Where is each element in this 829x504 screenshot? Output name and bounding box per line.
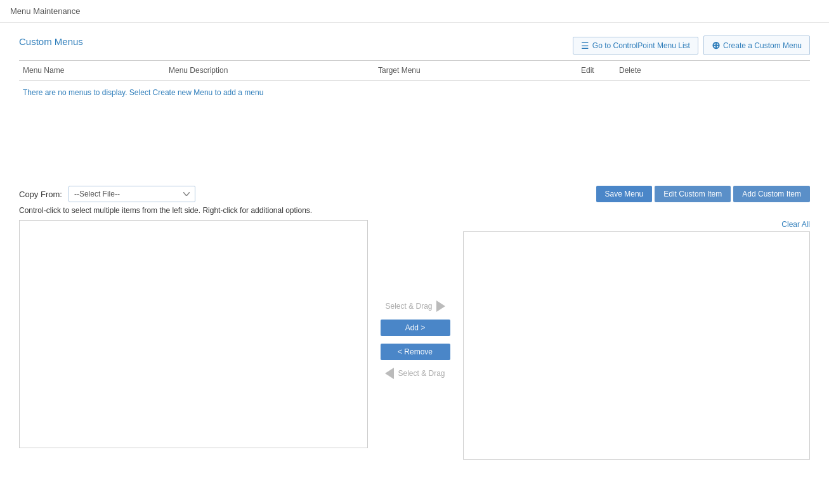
custom-menus-header: Custom Menus ☰ Go to ControlPoint Menu L… <box>19 36 810 55</box>
clear-all-link[interactable]: Clear All <box>781 220 810 229</box>
copy-from-label: Copy From: <box>19 190 62 199</box>
right-panel-wrapper: Clear All <box>463 220 811 460</box>
plus-icon: ⊕ <box>712 39 720 51</box>
header-buttons: ☰ Go to ControlPoint Menu List ⊕ Create … <box>573 36 810 55</box>
right-list-panel[interactable] <box>463 231 811 460</box>
col-menu-description: Menu Description <box>165 65 374 76</box>
no-data-message: There are no menus to display. Select Cr… <box>19 81 810 105</box>
section-title: Custom Menus <box>19 36 83 47</box>
left-list-panel[interactable] <box>19 220 368 448</box>
drag-hint-left: Select & Drag <box>385 368 445 379</box>
drag-hint-right: Select & Drag <box>385 300 445 312</box>
col-delete: Delete <box>615 65 653 76</box>
col-edit: Edit <box>577 65 615 76</box>
right-panel-header: Clear All <box>463 220 811 229</box>
save-menu-button[interactable]: Save Menu <box>596 186 653 202</box>
middle-controls: Select & Drag Add > < Remove Select & Dr… <box>368 220 463 460</box>
copy-from-section: Copy From: --Select File-- <box>19 186 195 202</box>
list-icon: ☰ <box>581 41 589 51</box>
remove-button[interactable]: < Remove <box>381 344 450 360</box>
select-file-dropdown[interactable]: --Select File-- <box>69 186 195 202</box>
add-button[interactable]: Add > <box>381 320 450 336</box>
arrow-right-icon <box>436 300 445 312</box>
transfer-area: Select & Drag Add > < Remove Select & Dr… <box>19 220 810 460</box>
col-menu-name: Menu Name <box>19 65 165 76</box>
copy-row: Copy From: --Select File-- Save Menu Edi… <box>19 186 810 202</box>
table-header: Menu Name Menu Description Target Menu E… <box>19 60 810 81</box>
goto-controlpoint-button[interactable]: ☰ Go to ControlPoint Menu List <box>573 37 698 55</box>
help-text: Control-click to select multiple items f… <box>19 206 810 215</box>
arrow-left-icon <box>385 368 394 379</box>
page-title: Menu Maintenance <box>0 0 829 23</box>
create-custom-menu-button[interactable]: ⊕ Create a Custom Menu <box>703 36 810 55</box>
add-custom-item-button[interactable]: Add Custom Item <box>733 186 810 202</box>
col-target-menu: Target Menu <box>374 65 577 76</box>
edit-custom-item-button[interactable]: Edit Custom Item <box>655 186 731 202</box>
action-buttons: Save Menu Edit Custom Item Add Custom It… <box>596 186 810 202</box>
